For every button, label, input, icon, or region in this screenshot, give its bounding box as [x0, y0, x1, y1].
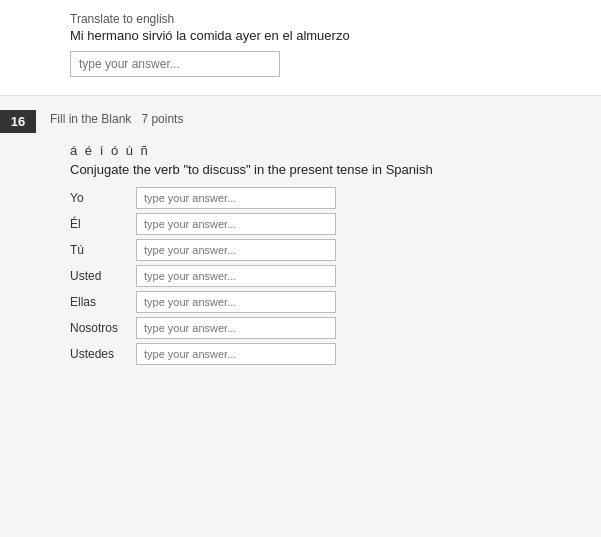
- conjugate-input-tú[interactable]: [136, 239, 336, 261]
- pronoun-label: Yo: [70, 191, 130, 205]
- page-wrapper: Translate to english Mi hermano sirvió l…: [0, 0, 601, 537]
- question-text: Conjugate the verb "to discuss" in the p…: [70, 162, 585, 177]
- conjugate-row: Usted: [70, 265, 585, 287]
- conjugate-input-ellas[interactable]: [136, 291, 336, 313]
- question-header: 16 Fill in the Blank 7 points: [0, 110, 585, 133]
- question-number: 16: [0, 110, 36, 133]
- pronoun-label: Ustedes: [70, 347, 130, 361]
- conjugate-rows: YoÉlTúUstedEllasNosotrosUstedes: [70, 187, 585, 365]
- pronoun-label: Él: [70, 217, 130, 231]
- conjugate-input-yo[interactable]: [136, 187, 336, 209]
- conjugate-row: Nosotros: [70, 317, 585, 339]
- question-body: á é í ó ú ñ Conjugate the verb "to discu…: [0, 143, 585, 365]
- translate-section: Translate to english Mi hermano sirvió l…: [0, 0, 601, 96]
- conjugate-row: Ellas: [70, 291, 585, 313]
- translate-input[interactable]: [70, 51, 280, 77]
- translate-label: Translate to english: [70, 12, 585, 26]
- pronoun-label: Tú: [70, 243, 130, 257]
- conjugate-row: Yo: [70, 187, 585, 209]
- special-chars: á é í ó ú ñ: [70, 143, 585, 158]
- question-section: 16 Fill in the Blank 7 points á é í ó ú …: [0, 96, 601, 379]
- pronoun-label: Ellas: [70, 295, 130, 309]
- pronoun-label: Nosotros: [70, 321, 130, 335]
- translate-prompt: Mi hermano sirvió la comida ayer en el a…: [70, 28, 585, 43]
- conjugate-input-nosotros[interactable]: [136, 317, 336, 339]
- question-type: Fill in the Blank: [50, 112, 131, 126]
- question-meta: Fill in the Blank 7 points: [50, 110, 183, 126]
- conjugate-input-él[interactable]: [136, 213, 336, 235]
- question-points: 7 points: [141, 112, 183, 126]
- conjugate-input-ustedes[interactable]: [136, 343, 336, 365]
- conjugate-input-usted[interactable]: [136, 265, 336, 287]
- conjugate-row: Ustedes: [70, 343, 585, 365]
- conjugate-row: Tú: [70, 239, 585, 261]
- conjugate-row: Él: [70, 213, 585, 235]
- pronoun-label: Usted: [70, 269, 130, 283]
